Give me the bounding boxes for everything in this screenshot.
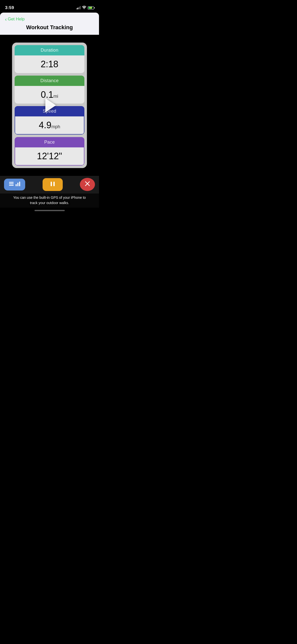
speed-unit: mph (51, 124, 60, 129)
pace-value: 12'12" (37, 151, 62, 161)
bar-chart-icon (15, 181, 21, 188)
page-title: Workout Tracking (5, 24, 94, 32)
pace-value-box: 12'12" (15, 147, 84, 166)
pace-header: Pace (15, 137, 84, 147)
nav-area: ‹ Get Help Workout Tracking (0, 13, 99, 35)
svg-rect-5 (19, 182, 20, 186)
metrics-button[interactable] (4, 179, 25, 190)
video-container: Duration 2:18 Distance 0.1mi Spee (0, 35, 99, 208)
svg-rect-4 (17, 183, 18, 186)
duration-value-box: 2:18 (15, 55, 84, 73)
svg-rect-6 (51, 182, 52, 186)
back-button[interactable]: ‹ Get Help (5, 17, 94, 22)
play-button[interactable] (42, 98, 57, 113)
duration-header: Duration (15, 45, 84, 55)
status-time: 3:59 (5, 5, 14, 10)
subtitle-line2: track your outdoor walks. (4, 200, 95, 206)
play-triangle-icon (45, 98, 56, 112)
speed-value-box: 4.9mph (15, 116, 84, 135)
subtitle-line1: You can use the built-in GPS of your iPh… (4, 195, 95, 200)
video-screen[interactable]: Duration 2:18 Distance 0.1mi Spee (0, 35, 99, 176)
back-chevron-icon: ‹ (5, 17, 7, 22)
pace-card: Pace 12'12" (15, 137, 84, 166)
status-bar: 3:59 ⚡ (0, 0, 99, 13)
subtitle-bar: You can use the built-in GPS of your iPh… (0, 194, 99, 208)
duration-value: 2:18 (41, 59, 58, 69)
speed-value: 4.9 (39, 120, 51, 130)
close-icon (85, 181, 90, 188)
distance-header: Distance (15, 76, 84, 86)
stop-button[interactable] (80, 178, 95, 191)
status-icons: ⚡ (77, 6, 94, 10)
battery-icon: ⚡ (88, 6, 94, 10)
svg-rect-3 (16, 184, 17, 186)
home-bar (35, 210, 65, 211)
pause-button[interactable] (43, 178, 63, 191)
svg-rect-7 (53, 182, 55, 186)
distance-label: Distance (40, 78, 58, 83)
signal-icon (77, 6, 81, 9)
svg-rect-2 (9, 185, 14, 186)
subtitle-highlight: track your outdoor walks. (29, 201, 70, 205)
pace-label: Pace (44, 140, 55, 145)
duration-card: Duration 2:18 (15, 45, 84, 73)
pause-icon (49, 181, 56, 188)
home-indicator (0, 208, 99, 215)
duration-label: Duration (41, 48, 58, 53)
controls-bar (0, 176, 99, 194)
metrics-icon (9, 181, 14, 188)
back-label: Get Help (8, 17, 25, 22)
svg-rect-0 (9, 182, 14, 183)
wifi-icon (82, 6, 86, 10)
svg-rect-1 (9, 183, 14, 184)
